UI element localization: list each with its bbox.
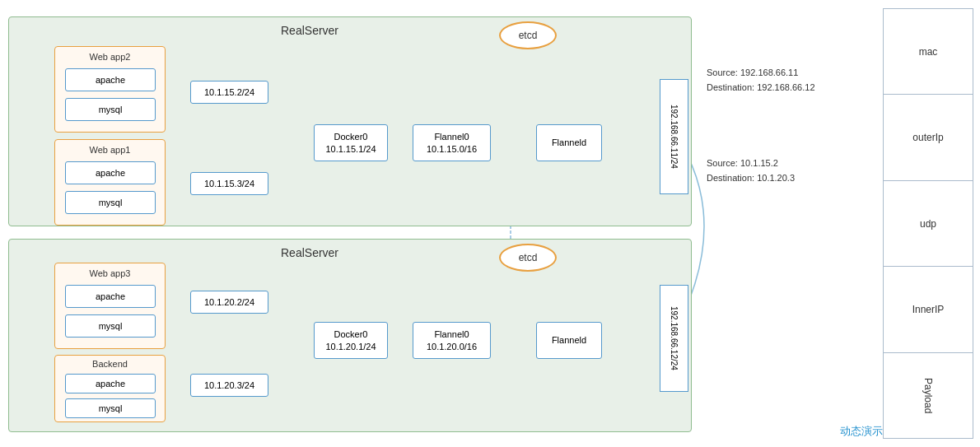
server2-ip1: 10.1.20.2/24	[190, 291, 268, 314]
panel-mac: mac	[884, 9, 973, 95]
panel-payload: Payload	[884, 353, 973, 438]
webapp3-apache: apache	[65, 285, 156, 308]
info1-area: Source: 192.168.66.11 Destination: 192.1…	[707, 66, 815, 95]
server2-flanneld: Flanneld	[536, 322, 602, 359]
backend-container: Backend apache mysql	[54, 355, 166, 422]
server1-docker0: Docker010.1.15.1/24	[314, 124, 388, 161]
webapp2-container: Web app2 apache mysql	[54, 46, 166, 133]
webapp3-mysql: mysql	[65, 314, 156, 338]
webapp1-label: Web app1	[55, 145, 165, 155]
backend-label: Backend	[55, 359, 165, 369]
demo-link[interactable]: 动态演示	[840, 424, 883, 439]
info2-source: Source: 10.1.15.2	[707, 156, 795, 171]
webapp3-label: Web app3	[55, 268, 165, 278]
server1-vert-ip: 192.168.66.11/24	[660, 79, 688, 194]
server2-vert-ip: 192.168.66.12/24	[660, 285, 688, 392]
server2-etcd: etcd	[499, 244, 557, 272]
webapp1-container: Web app1 apache mysql	[54, 139, 166, 226]
server1-flannel0: Flannel010.1.15.0/16	[413, 124, 491, 161]
diagram-area: RealServer etcd Web app2 apache mysql We…	[0, 0, 883, 447]
backend-apache: apache	[65, 374, 156, 393]
server2-ip2: 10.1.20.3/24	[190, 374, 268, 397]
server1-label: RealServer	[281, 24, 338, 37]
info2-dest: Destination: 10.1.20.3	[707, 171, 795, 186]
info1-dest: Destination: 192.168.66.12	[707, 81, 815, 95]
main-container: RealServer etcd Web app2 apache mysql We…	[0, 0, 980, 447]
server2-flannel0: Flannel010.1.20.0/16	[413, 322, 491, 359]
panel-innerip: InnerIP	[884, 267, 973, 352]
webapp2-label: Web app2	[55, 52, 165, 62]
server2-label: RealServer	[281, 246, 338, 259]
right-panel: mac outerIp udp InnerIP Payload	[883, 8, 973, 439]
server1-flanneld: Flanneld	[536, 124, 602, 161]
info2-area: Source: 10.1.15.2 Destination: 10.1.20.3	[707, 156, 795, 185]
panel-udp: udp	[884, 181, 973, 267]
server1-etcd: etcd	[499, 21, 557, 49]
webapp2-apache: apache	[65, 68, 156, 91]
server1-block: RealServer etcd Web app2 apache mysql We…	[8, 16, 692, 226]
panel-outerip: outerIp	[884, 95, 973, 180]
webapp1-mysql: mysql	[65, 191, 156, 214]
server1-ip2: 10.1.15.3/24	[190, 172, 268, 195]
info1-source: Source: 192.168.66.11	[707, 66, 815, 81]
server2-block: RealServer etcd Web app3 apache mysql Ba…	[8, 239, 692, 432]
server1-ip1: 10.1.15.2/24	[190, 81, 268, 104]
server2-docker0: Docker010.1.20.1/24	[314, 322, 388, 359]
webapp1-apache: apache	[65, 161, 156, 184]
webapp2-mysql: mysql	[65, 98, 156, 121]
webapp3-container: Web app3 apache mysql	[54, 263, 166, 349]
backend-mysql: mysql	[65, 398, 156, 418]
